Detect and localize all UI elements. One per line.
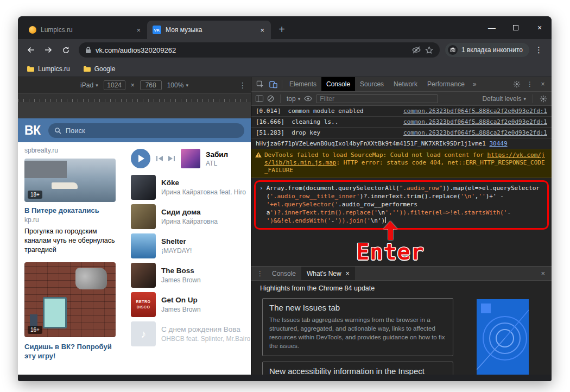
browser-tab-vk-music[interactable]: VK Моя музыка × [147, 21, 271, 39]
music-note-icon: ♪ [141, 328, 146, 340]
console-message: [16.666] cleaning ls..common.26323bdf064… [251, 117, 552, 128]
song-list: KökeИрина Кайратовна feat. HiroСиди дома… [131, 173, 251, 349]
device-ruler [18, 93, 251, 102]
log-levels-select[interactable]: Default levels▾ [482, 95, 526, 103]
vk-logo[interactable]: ВК [24, 123, 41, 138]
tab-close-icon[interactable]: × [259, 26, 265, 34]
ad-image-game[interactable]: 16+ [24, 262, 116, 337]
drawer-tab-console[interactable]: Console [267, 267, 301, 280]
song-title: Shelter [161, 237, 251, 245]
bookmark-item-lumpics[interactable]: Lumpics.ru [27, 65, 70, 73]
devtools-tab-network[interactable]: Network [389, 77, 422, 91]
device-emulation-toolbar: iPad▾ 1024 × 768 100%▾ ⋮ [18, 77, 251, 93]
ad-text: Прогулка по городским каналам чуть не об… [24, 227, 117, 255]
tab-title: Lumpics.ru [41, 26, 131, 34]
album-art: ♪ [131, 321, 156, 346]
zoom-select[interactable]: 100%▾ [167, 81, 188, 89]
devtools-tab-sources[interactable]: Sources [355, 77, 389, 91]
device-toolbar-menu-icon[interactable]: ⋮ [239, 81, 246, 90]
game-ad-title-link[interactable]: Сидишь в ВК? Попробуй эту игру! [24, 343, 117, 361]
forward-arrow-icon [44, 46, 53, 54]
maximize-button[interactable] [504, 16, 528, 39]
close-window-button[interactable]: × [528, 16, 552, 39]
new-tab-button[interactable]: + [274, 22, 289, 37]
song-row[interactable]: KökeИрина Кайратовна feat. Hiro [131, 173, 251, 202]
boat-shape [52, 182, 78, 189]
song-row[interactable]: ♪С днем рождения ВоваOHBCB feat. Splinte… [131, 319, 251, 349]
console-source-link[interactable]: common.26323bdf064f5…888ca2f2e0d93e2fd:1 [403, 118, 547, 125]
bookmark-star-icon[interactable] [425, 46, 433, 54]
browser-menu-icon[interactable]: ⋮ [531, 45, 546, 55]
console-message-text: [0.014] common module enabled [256, 108, 398, 115]
previous-track-icon[interactable] [156, 155, 163, 162]
devtools-tab-elements[interactable]: Elements [284, 77, 321, 91]
console-input-code[interactable]: Array.from(document.querySelectorAll(".a… [267, 184, 543, 225]
devtools-tab-performance[interactable]: Performance [422, 77, 470, 91]
current-track-title: Забил [206, 150, 228, 159]
song-row[interactable]: The BossJames Brown [131, 261, 251, 290]
console-message-text: [16.666] cleaning ls.. [256, 118, 398, 125]
navigation-bar: vk.com/audios320209262 1 вкладка инкогни… [18, 39, 552, 61]
gear-icon [513, 80, 521, 88]
ad-image-canal[interactable]: 18+ [24, 159, 116, 202]
back-button[interactable] [23, 42, 39, 58]
forward-button[interactable] [41, 42, 56, 58]
album-art [131, 204, 156, 229]
devtools-tab-console[interactable]: Console [321, 77, 355, 91]
bookmark-label: Google [94, 65, 116, 73]
drawer-menu-icon[interactable]: ⋮ [254, 267, 267, 280]
minimize-button[interactable]: — [480, 16, 504, 39]
more-tabs-icon[interactable]: » [470, 80, 480, 88]
song-row[interactable]: Сиди домаИрина Кайратовна [131, 202, 251, 231]
song-row[interactable]: Shelter¡MAYDAY! [131, 231, 251, 261]
reload-button[interactable] [58, 42, 73, 58]
text-cursor [385, 217, 386, 223]
device-height-input[interactable]: 768 [140, 80, 162, 90]
console-source-link[interactable]: common.26323bdf064f5…888ca2f2e0d93e2fd:1 [403, 129, 547, 136]
code-line: ')&&!el.endsWith('-')).join('\n') [267, 217, 543, 225]
live-expression-eye-icon[interactable] [304, 96, 312, 102]
devtools-close-button[interactable]: × [536, 77, 549, 91]
current-track-artist[interactable]: ATL [206, 160, 228, 167]
console-filter-input[interactable]: Filter [316, 94, 438, 103]
age-badge: 18+ [28, 191, 42, 199]
play-button[interactable] [131, 149, 150, 168]
tab-close-icon[interactable]: × [346, 270, 350, 277]
console-panel: [0.014] common module enabledcommon.2632… [251, 106, 552, 266]
device-width-input[interactable]: 1024 [104, 80, 125, 90]
enter-annotation-label: Enter [356, 241, 424, 263]
devtools-menu-icon[interactable]: ⋮ [523, 77, 536, 91]
clear-console-icon[interactable] [267, 95, 274, 102]
album-art [131, 263, 156, 288]
address-bar[interactable]: vk.com/audios320209262 [79, 42, 440, 58]
maximize-icon [513, 25, 518, 30]
execution-context-select[interactable]: top▾ [287, 95, 300, 103]
console-input[interactable]: › Array.from(document.querySelectorAll("… [254, 180, 549, 230]
console-messages: [0.014] common module enabledcommon.2632… [251, 106, 552, 149]
drawer-close-button[interactable]: × [536, 269, 549, 277]
console-link[interactable]: 30449 [489, 140, 507, 147]
ad-title-link[interactable]: В Питере докатались [24, 206, 117, 214]
bookmark-item-google[interactable]: Google [83, 65, 116, 73]
device-select[interactable]: iPad▾ [80, 81, 98, 89]
vk-page: ВК Поиск spbrealty.ru 18+ [18, 118, 251, 375]
next-track-icon[interactable] [168, 155, 175, 162]
device-toolbar-toggle-button[interactable] [267, 77, 280, 91]
age-badge: 16+ [28, 326, 42, 334]
vk-search-input[interactable]: Поиск [48, 123, 244, 138]
song-artist: James Brown [161, 306, 251, 313]
devtools-settings-button[interactable] [510, 77, 523, 91]
tab-close-icon[interactable]: × [135, 26, 142, 34]
inspect-element-button[interactable] [254, 77, 267, 91]
browser-window: Lumpics.ru × VK Моя музыка × + — × [18, 16, 552, 381]
chevron-down-icon: ▾ [523, 96, 526, 102]
drawer-tab-whats-new[interactable]: What's New × [301, 267, 355, 280]
inspect-icon [256, 80, 264, 88]
song-row[interactable]: RETRO DISCOGet On UpJames Brown [131, 290, 251, 319]
console-sidebar-icon[interactable] [256, 96, 263, 102]
browser-tab-lumpics[interactable]: Lumpics.ru × [23, 21, 147, 39]
console-settings-gear-icon[interactable] [540, 95, 547, 103]
water-tank-shape [43, 297, 67, 328]
console-source-link[interactable]: common.26323bdf064f5…888ca2f2e0d93e2fd:1 [403, 108, 547, 115]
eye-off-icon[interactable] [412, 46, 421, 54]
